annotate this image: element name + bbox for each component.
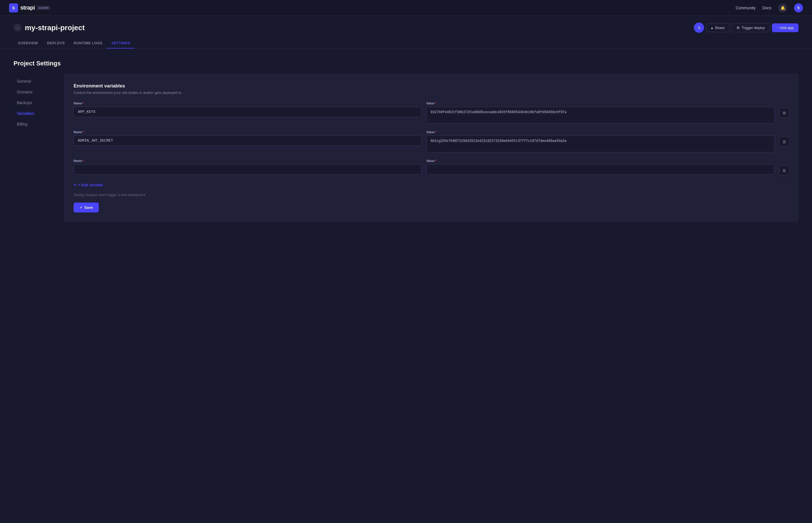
var1-name-group: Name* (74, 102, 422, 117)
required-star4: * (435, 130, 436, 134)
tab-settings[interactable]: SETTINGS (107, 38, 134, 49)
checkmark-icon: ✓ (79, 205, 82, 210)
external-link-icon: ◦ (777, 26, 778, 30)
project-header: ‹ my-strapi-project S ▴ Share ⚙ Trigger … (0, 16, 812, 49)
var3-value-input[interactable] (426, 164, 774, 175)
variable-row-1: Name* Value* 932760fe4821f30b3725sd8605c… (74, 102, 789, 125)
sidebar-item-domains[interactable]: Domains (14, 87, 64, 97)
logo-text: strapi (20, 4, 35, 11)
var3-name-input[interactable] (74, 164, 422, 175)
tab-deploys[interactable]: DEPLOYS (42, 38, 69, 49)
sidebar-item-backups[interactable]: Backups (14, 97, 64, 108)
save-note: Saving changes won't trigger a new deplo… (74, 193, 789, 197)
logo-icon: S (9, 3, 18, 13)
add-variable-button[interactable]: + + Add variable (74, 181, 103, 188)
navbar: S strapi CLOUD Community Docs 🔔 S (0, 0, 812, 16)
project-icon: S (694, 22, 704, 33)
back-button[interactable]: ‹ (14, 24, 21, 32)
trash-icon3: 🗑 (782, 168, 786, 173)
sidebar-item-general[interactable]: General (14, 76, 64, 86)
var3-value-label: Value* (426, 159, 774, 162)
project-title-row: ‹ my-strapi-project S ▴ Share ⚙ Trigger … (14, 22, 798, 33)
settings-layout: General Domains Backups Variables Billin… (14, 74, 798, 222)
page-title: Project Settings (14, 60, 798, 67)
page-body: Project Settings General Domains Backups… (0, 49, 812, 522)
var1-value-group: Value* 932760fe4821f30b3725sd8605cecaddc… (426, 102, 774, 125)
var3-name-group: Name* (74, 159, 422, 175)
var1-name-input[interactable] (74, 107, 422, 117)
var2-delete-button[interactable]: 🗑 (779, 137, 789, 147)
tabs: OVERVIEW DEPLOYS RUNTIME LOGS SETTINGS (14, 38, 798, 48)
required-star3: * (82, 130, 84, 134)
share-icon: ▴ (711, 26, 713, 30)
notifications-bell[interactable]: 🔔 (778, 3, 787, 13)
var1-value-label: Value* (426, 102, 774, 105)
plus-icon: + (74, 182, 76, 187)
var2-value-group: Value* 6b1cg334cfb887219d32012e422c82373… (426, 130, 774, 154)
navbar-right: Community Docs 🔔 S (736, 3, 803, 13)
required-star: * (82, 102, 84, 105)
var2-name-input[interactable] (74, 136, 422, 146)
variable-row-3: Name* Value* 🗑 (74, 159, 789, 176)
project-title-left: ‹ my-strapi-project (14, 23, 84, 32)
required-star2: * (435, 102, 436, 105)
docs-link[interactable]: Docs (762, 6, 771, 10)
logo-badge: CLOUD (37, 6, 50, 10)
var2-value-input[interactable]: 6b1cg334cfb887219d32012e422c82373150e644… (426, 136, 774, 152)
trash-icon: 🗑 (782, 111, 786, 115)
main-content: ‹ my-strapi-project S ▴ Share ⚙ Trigger … (0, 0, 812, 522)
logo: S strapi CLOUD (9, 3, 50, 13)
var1-name-label: Name* (74, 102, 422, 105)
settings-content: Environment variables Control the enviro… (64, 74, 798, 222)
variable-row-2: Name* Value* 6b1cg334cfb887219d32012e422… (74, 130, 789, 154)
gear-icon: ⚙ (736, 26, 740, 30)
project-actions: S ▴ Share ⚙ Trigger deploy ◦ Visit app (694, 22, 798, 33)
share-button[interactable]: ▴ Share (706, 23, 730, 32)
var2-name-label: Name* (74, 130, 422, 134)
trigger-deploy-button[interactable]: ⚙ Trigger deploy (732, 23, 770, 32)
var2-value-label: Value* (426, 130, 774, 134)
env-vars-title: Environment variables (74, 83, 789, 89)
tab-runtime-logs[interactable]: RUNTIME LOGS (69, 38, 107, 49)
required-star6: * (435, 159, 436, 162)
required-star5: * (82, 159, 84, 162)
community-link[interactable]: Community (736, 6, 756, 10)
user-avatar[interactable]: S (794, 3, 803, 13)
project-name: my-strapi-project (25, 23, 84, 32)
save-button[interactable]: ✓ Save (74, 202, 99, 212)
var3-value-group: Value* (426, 159, 774, 175)
var3-name-label: Name* (74, 159, 422, 162)
var1-delete-button[interactable]: 🗑 (779, 108, 789, 118)
sidebar-item-billing[interactable]: Billing (14, 119, 64, 129)
tab-overview[interactable]: OVERVIEW (14, 38, 42, 49)
var2-name-group: Name* (74, 130, 422, 146)
sidebar-item-variables[interactable]: Variables (14, 108, 64, 119)
var3-delete-button[interactable]: 🗑 (779, 165, 789, 176)
settings-sidebar: General Domains Backups Variables Billin… (14, 74, 64, 222)
trash-icon2: 🗑 (782, 140, 786, 144)
var1-value-input[interactable]: 932760fe4821f30b3725sd8605cecaddc4935f86… (426, 107, 774, 124)
visit-app-button[interactable]: ◦ Visit app (772, 23, 798, 32)
env-vars-description: Control the environment your site builds… (74, 91, 789, 95)
